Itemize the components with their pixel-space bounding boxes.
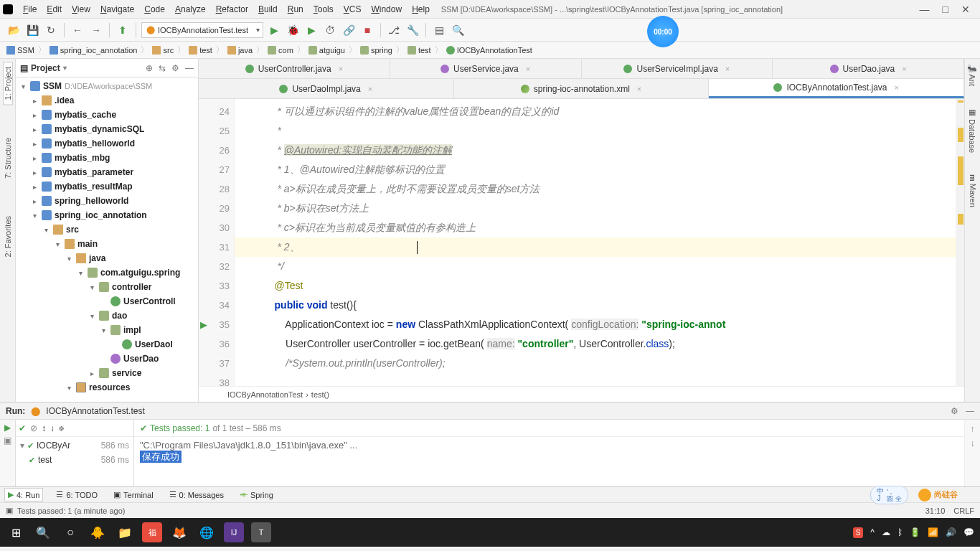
crumb-test[interactable]: test — [405, 46, 433, 55]
toggle-icon[interactable]: ▣ — [4, 435, 11, 446]
passed-filter-icon[interactable]: ✔ — [19, 423, 26, 433]
coverage-icon[interactable]: ▶ — [303, 22, 319, 38]
close-tab-icon[interactable]: × — [725, 65, 730, 73]
run-icon[interactable]: ▶ — [266, 22, 282, 38]
close-tab-icon[interactable]: × — [368, 85, 372, 93]
close-tab-icon[interactable]: × — [526, 65, 530, 73]
tray-notif-icon[interactable]: 💬 — [963, 527, 974, 537]
tab-userservice-java[interactable]: UserService.java× — [390, 59, 582, 78]
debug-icon[interactable]: 🐞 — [285, 22, 301, 38]
hide-icon[interactable]: — — [185, 63, 194, 73]
code-content[interactable]: * 可以通过标识组件的注解的value属性值设置bean的自定义的id * * … — [235, 99, 964, 386]
tree-node-mybatis-mbg[interactable]: ▸mybatis_mbg — [16, 151, 198, 165]
tree-node-mybatis-resultmap[interactable]: ▸mybatis_resultMap — [16, 179, 198, 194]
forward-icon[interactable]: → — [88, 22, 104, 38]
sort-icon[interactable]: ↕ — [42, 423, 46, 433]
tree-node-mybatis-dynamicsql[interactable]: ▸mybatis_dynamicSQL — [16, 122, 198, 136]
gear-icon[interactable]: ⚙ — [171, 63, 179, 73]
menu-edit[interactable]: Edit — [42, 3, 66, 16]
expand-icon[interactable]: ⎆ — [59, 423, 64, 433]
run-config-combo[interactable]: ⬤ IOCByAnnotationTest.test — [141, 22, 263, 38]
test-row-IOCByAr[interactable]: ▾✔IOCByAr586 ms — [17, 438, 132, 453]
tab-userdaoimpl-java[interactable]: UserDaoImpl.java× — [199, 79, 454, 98]
menu-code[interactable]: Code — [140, 3, 169, 16]
favorites-tab[interactable]: 2: Favorites — [4, 212, 12, 261]
target-icon[interactable]: ⊕ — [146, 63, 153, 73]
tree-node-dao[interactable]: ▾dao — [16, 309, 198, 323]
collapse-icon[interactable]: ⇆ — [159, 63, 166, 73]
stop-icon[interactable]: ■ — [359, 22, 375, 38]
tab-spring-ioc-annotation-xml[interactable]: spring-ioc-annotation.xml× — [454, 79, 710, 98]
messages-bottom-tab[interactable]: ☰0: Messages — [166, 489, 227, 501]
failed-filter-icon[interactable]: ⊘ — [30, 423, 37, 433]
tree-node-main[interactable]: ▾main — [16, 237, 198, 251]
tree-node-java[interactable]: ▾java — [16, 251, 198, 265]
menu-view[interactable]: View — [67, 3, 95, 16]
crumb-class[interactable]: IOCByAnnotationTest — [227, 390, 303, 399]
vcs-icon[interactable]: ⎇ — [386, 22, 402, 38]
crumb-ssm[interactable]: SSM — [4, 46, 37, 55]
menu-window[interactable]: Window — [367, 3, 406, 16]
tab-iocbyannotationtest-java[interactable]: IOCByAnnotationTest.java× — [709, 79, 964, 98]
intellij-icon[interactable]: IJ — [224, 522, 244, 542]
menu-file[interactable]: File — [19, 3, 41, 16]
database-tab[interactable]: ▦ Database — [968, 108, 977, 153]
tree-node-mybatis-cache[interactable]: ▸mybatis_cache — [16, 108, 198, 122]
menu-vcs[interactable]: VCS — [339, 3, 366, 16]
close-tab-icon[interactable]: × — [637, 85, 641, 93]
tree-node-com-atguigu-spring[interactable]: ▾com.atguigu.spring — [16, 265, 198, 280]
chrome-icon[interactable]: 🌐 — [197, 522, 217, 542]
tray-battery-icon[interactable]: 🔋 — [910, 527, 920, 537]
crumb-iocbyannotationtest[interactable]: IOCByAnnotationTest — [444, 46, 534, 55]
tree-node--idea[interactable]: ▸.idea — [16, 93, 198, 108]
settings-icon[interactable]: 🔧 — [405, 22, 420, 38]
error-stripe[interactable] — [956, 99, 964, 386]
scroll-up-icon[interactable]: ↑ — [971, 424, 975, 434]
tray-app-icon[interactable]: S — [853, 527, 864, 538]
rerun-icon[interactable]: ▶ — [4, 423, 11, 433]
crumb-method[interactable]: test() — [311, 390, 329, 399]
tree-node-userdao[interactable]: UserDao — [16, 352, 198, 366]
todo-bottom-tab[interactable]: ☰6: TODO — [53, 489, 100, 501]
tree-node-controller[interactable]: ▾controller — [16, 280, 198, 294]
close-tab-icon[interactable]: × — [339, 65, 343, 73]
run-settings-icon[interactable]: ⚙ — [951, 406, 958, 416]
crumb-com[interactable]: com — [265, 46, 296, 55]
sync-icon[interactable]: ↻ — [43, 22, 59, 38]
structure-tab[interactable]: 7: Structure — [4, 133, 12, 183]
attach-icon[interactable]: 🔗 — [341, 22, 357, 38]
open-icon[interactable]: 📂 — [6, 22, 22, 38]
project-tab[interactable]: 1: Project — [3, 62, 13, 105]
structure-icon[interactable]: ▤ — [431, 22, 447, 38]
start-icon[interactable]: ⊞ — [6, 522, 26, 542]
close-tab-icon[interactable]: × — [895, 83, 899, 92]
typora-icon[interactable]: T — [251, 522, 271, 542]
timer-badge[interactable]: 00:00 — [647, 16, 679, 47]
app3-icon[interactable]: 福 — [142, 522, 162, 542]
menu-analyze[interactable]: Analyze — [171, 3, 210, 16]
maven-tab[interactable]: m Maven — [969, 174, 977, 207]
menu-help[interactable]: Help — [407, 3, 434, 16]
search-taskbar-icon[interactable]: 🔍 — [33, 522, 53, 542]
test-row-test[interactable]: ✔test586 ms — [17, 453, 132, 467]
close-button[interactable]: ✕ — [961, 4, 970, 15]
tree-node-mybatis-parameter[interactable]: ▸mybatis_parameter — [16, 165, 198, 179]
run-bottom-tab[interactable]: ▶4: Run — [4, 488, 43, 501]
tree-root[interactable]: ▾SSMD:\IDEA\workspace\SSM — [16, 79, 198, 93]
tree-node-service[interactable]: ▸service — [16, 366, 198, 380]
menu-navigate[interactable]: Navigate — [96, 3, 138, 16]
search-icon[interactable]: 🔍 — [450, 22, 466, 38]
close-tab-icon[interactable]: × — [902, 65, 906, 73]
tab-userdao-java[interactable]: UserDao.java× — [773, 59, 964, 78]
tray-cloud-icon[interactable]: ☁ — [882, 527, 890, 537]
back-icon[interactable]: ← — [70, 22, 85, 38]
tray-wifi-icon[interactable]: 📶 — [928, 527, 938, 537]
cursor-position[interactable]: 31:10 — [925, 507, 946, 515]
tray-volume-icon[interactable]: 🔊 — [946, 527, 956, 537]
tree-node-userdaoi[interactable]: UserDaoI — [16, 337, 198, 352]
build-icon[interactable]: ⬆ — [115, 22, 131, 38]
menu-build[interactable]: Build — [254, 3, 282, 16]
scroll-down-icon[interactable]: ↓ — [971, 438, 975, 448]
code-editor[interactable]: 💡 242526272829303132333435▶363738 * 可以通过… — [199, 99, 964, 386]
crumb-java[interactable]: java — [225, 46, 255, 55]
